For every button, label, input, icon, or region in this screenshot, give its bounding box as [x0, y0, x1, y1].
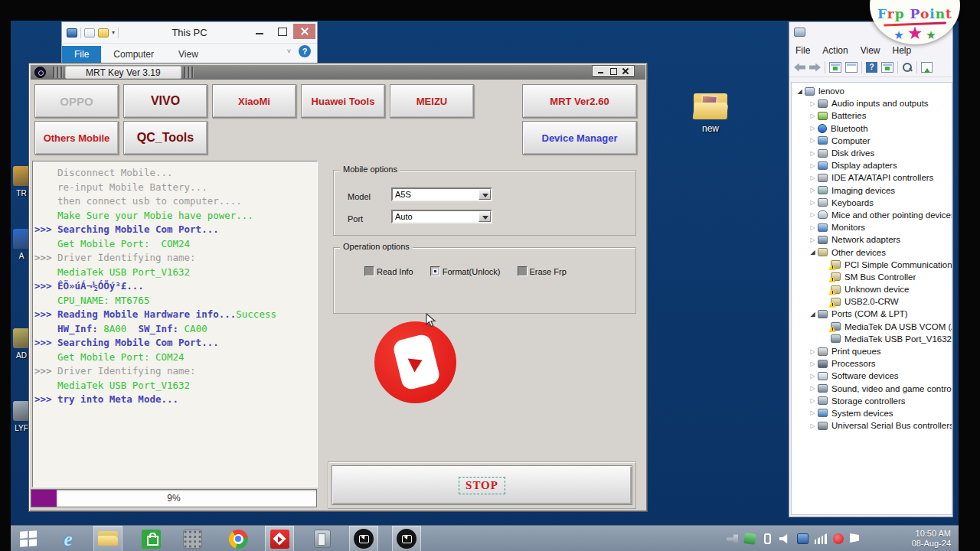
expand-arrow-icon[interactable]: ▷: [808, 224, 818, 231]
show-console-icon[interactable]: [829, 62, 841, 73]
device-tree[interactable]: ◢lenovo▷Audio inputs and outputs▷Batteri…: [791, 82, 952, 515]
action-center-flag-icon[interactable]: [850, 533, 859, 544]
expand-arrow-icon[interactable]: ▷: [808, 236, 818, 243]
expand-arrow-icon[interactable]: ▷: [808, 100, 818, 107]
mrt-button-others-mobile[interactable]: Others Mobile: [34, 121, 119, 155]
start-button[interactable]: [14, 526, 43, 551]
device-node-computer[interactable]: ▷Computer: [792, 135, 952, 147]
device-node-monitors[interactable]: ▷Monitors: [792, 221, 952, 233]
device-node-other-devices[interactable]: ◢Other devices: [792, 246, 952, 258]
mrt-key-window[interactable]: MRT Key Ver 3.19 OPPOVIVOXiaoMiHuawei To…: [29, 64, 647, 511]
close-button[interactable]: [293, 24, 315, 39]
expand-arrow-icon[interactable]: ▷: [808, 162, 818, 169]
tab-view[interactable]: View: [166, 46, 211, 63]
device-node-display-adapters[interactable]: ▷Display adapters: [792, 159, 952, 171]
this-pc-titlebar[interactable]: ▾ This PC: [62, 22, 317, 43]
device-node-pci-simple-communications[interactable]: PCI Simple Communications: [792, 259, 952, 271]
checkbox-erase-frp[interactable]: Erase Frp: [518, 266, 567, 276]
help-icon[interactable]: [866, 62, 877, 73]
mrt-button-vivo[interactable]: VIVO: [123, 84, 207, 118]
taskbar-store[interactable]: [136, 526, 165, 551]
recorder-tray-icon[interactable]: [833, 533, 844, 544]
ribbon-collapse-icon[interactable]: ˅: [287, 47, 291, 55]
checkbox-read-info[interactable]: Read Info: [364, 266, 413, 276]
device-node-ide-ata-atapi-controllers[interactable]: ▷IDE ATA/ATAPI controllers: [792, 171, 952, 184]
expand-arrow-icon[interactable]: ▷: [808, 373, 818, 380]
menu-file[interactable]: File: [795, 45, 810, 56]
expand-arrow-icon[interactable]: ▷: [808, 125, 818, 132]
collapse-arrow-icon[interactable]: ◢: [808, 249, 818, 256]
device-node-processors[interactable]: ▷Processors: [792, 357, 952, 370]
device-node-universal-serial-bus-controllers[interactable]: ▷Universal Serial Bus controllers: [792, 419, 952, 432]
taskbar-apps-grid[interactable]: [178, 526, 207, 551]
expand-arrow-icon[interactable]: ▷: [808, 137, 818, 144]
device-node-sm-bus-controller[interactable]: SM Bus Controller: [792, 271, 952, 283]
mrt-button-mrt-ver2-60[interactable]: MRT Ver2.60: [522, 84, 637, 118]
mrt-button-qc-tools[interactable]: QC_Tools: [123, 121, 207, 155]
device-node-usb2-0-crw[interactable]: USB2.0-CRW: [792, 295, 952, 308]
tab-file[interactable]: File: [62, 46, 101, 63]
taskbar-internet-explorer[interactable]: e: [54, 526, 83, 551]
this-pc-window[interactable]: ▾ This PC FileComputerView ˅: [61, 21, 318, 64]
back-icon[interactable]: [794, 64, 805, 72]
device-node-unknown-device[interactable]: Unknown device: [792, 283, 952, 295]
mrt-button-meizu[interactable]: MEIZU: [390, 84, 474, 118]
maximize-button[interactable]: [609, 67, 617, 75]
expand-arrow-icon[interactable]: ▷: [808, 348, 818, 355]
device-node-keyboards[interactable]: ▷Keyboards: [792, 197, 952, 209]
mrt-titlebar[interactable]: MRT Key Ver 3.19: [31, 65, 645, 80]
expand-arrow-icon[interactable]: ▷: [808, 112, 818, 119]
forward-icon[interactable]: [809, 64, 821, 72]
volume-tray-icon[interactable]: [779, 533, 791, 544]
taskbar-screen-mirror-2[interactable]: [392, 526, 421, 551]
device-node-batteries[interactable]: ▷Batteries: [792, 109, 952, 122]
port-dropdown[interactable]: Auto: [391, 210, 492, 223]
device-node-mice-and-other-pointing-devices[interactable]: ▷Mice and other pointing devices: [792, 209, 952, 221]
minimize-button[interactable]: [597, 67, 605, 75]
properties-icon[interactable]: [845, 62, 858, 73]
taskbar-device-tool[interactable]: [308, 526, 337, 551]
device-node-print-queues[interactable]: ▷Print queues: [792, 345, 952, 357]
update-driver-icon[interactable]: [921, 62, 933, 73]
menu-action[interactable]: Action: [822, 45, 848, 56]
taskbar-file-explorer[interactable]: [93, 526, 122, 551]
checkbox-format-unlock[interactable]: Format(Unlock): [430, 266, 501, 276]
checkbox-icon[interactable]: [364, 266, 374, 276]
stop-button[interactable]: STOP: [332, 465, 632, 505]
maximize-button[interactable]: [271, 24, 293, 39]
device-node-disk-drives[interactable]: ▷Disk drives: [792, 147, 952, 159]
device-node-system-devices[interactable]: ▷System devices: [792, 407, 952, 419]
expand-arrow-icon[interactable]: ▷: [808, 409, 818, 416]
tab-computer[interactable]: Computer: [101, 46, 166, 63]
device-node-storage-controllers[interactable]: ▷Storage controllers: [792, 395, 952, 407]
phone-tray-icon[interactable]: [764, 533, 771, 544]
log-console[interactable]: Disconnect Mobile...re-input Mobile Batt…: [32, 161, 318, 487]
scan-hardware-icon[interactable]: [902, 62, 913, 73]
app-tray-icon[interactable]: [797, 533, 808, 544]
minimize-button[interactable]: [249, 24, 271, 39]
network-signal-tray-icon[interactable]: [815, 533, 827, 544]
collapse-arrow-icon[interactable]: ◢: [795, 88, 805, 95]
hardware-tray-icon[interactable]: [727, 533, 738, 544]
device-node-bluetooth[interactable]: ▷Bluetooth: [792, 122, 952, 135]
taskbar-screen-mirror-1[interactable]: [349, 526, 378, 551]
expand-arrow-icon[interactable]: ▷: [808, 174, 818, 181]
device-node-sound-video-and-game-controlle[interactable]: ▷Sound, video and game controlle: [792, 383, 952, 395]
device-node-network-adapters[interactable]: ▷Network adapters: [792, 233, 952, 246]
device-node-ports-com-lpt[interactable]: ◢Ports (COM & LPT): [792, 308, 952, 320]
expand-arrow-icon[interactable]: ▷: [808, 422, 818, 429]
model-dropdown[interactable]: A5S: [391, 187, 492, 201]
expand-arrow-icon[interactable]: ▷: [808, 187, 818, 194]
mrt-button-xiaomi[interactable]: XiaoMi: [212, 84, 296, 118]
device-node-mediatek-da-usb-vcom-an[interactable]: MediaTek DA USB VCOM (An: [792, 321, 952, 333]
expand-arrow-icon[interactable]: ▷: [808, 385, 818, 392]
device-node-audio-inputs-and-outputs[interactable]: ▷Audio inputs and outputs: [792, 97, 952, 109]
expand-arrow-icon[interactable]: ▷: [808, 397, 818, 404]
close-button[interactable]: [622, 67, 629, 75]
antivirus-tray-icon[interactable]: [743, 533, 756, 545]
mrt-button-huawei-tools[interactable]: Huawei Tools: [301, 84, 385, 118]
taskbar-clock[interactable]: 10:50 AM 08-Aug-24: [912, 526, 951, 551]
action-pane-icon[interactable]: [881, 62, 893, 73]
device-manager-window[interactable]: FileActionViewHelp ◢lenovo▷Audio inputs …: [789, 21, 953, 517]
taskbar-mrt-tool[interactable]: [265, 526, 294, 551]
